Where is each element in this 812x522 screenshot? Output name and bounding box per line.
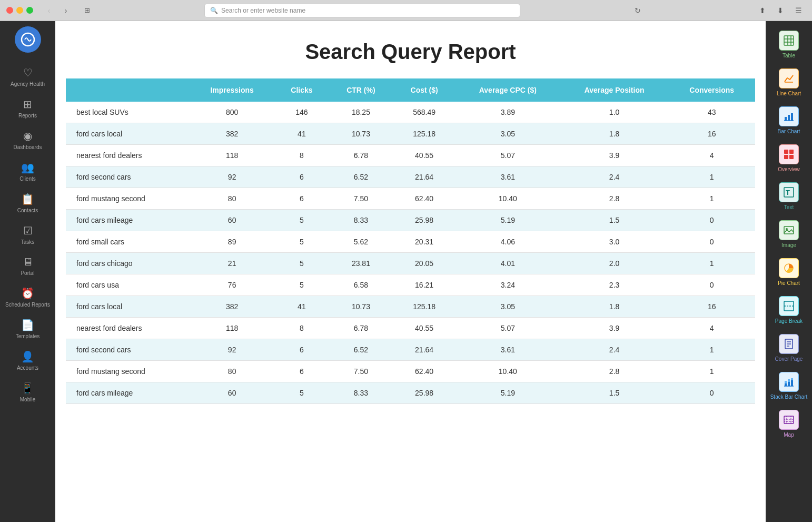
col-conversions: Conversions [668,78,755,102]
table-row: ford cars mileage6058.3325.985.191.50 [66,210,755,231]
svg-rect-31 [791,378,793,380]
col-impressions: Impressions [190,78,274,102]
data-cell: 92 [190,339,274,361]
more-button[interactable]: ☰ [791,4,806,17]
cover-page-icon [783,338,795,350]
panel-item-cover-page[interactable]: Cover Page [766,330,812,367]
sidebar-item-tasks[interactable]: ☑ Tasks [0,219,55,251]
svg-rect-13 [784,155,788,159]
cover-page-label: Cover Page [775,356,803,362]
data-cell: 8 [274,145,329,166]
data-cell: 20.05 [393,253,455,274]
table-icon-box [779,31,799,51]
table-icon [783,35,795,46]
data-cell: 25.98 [393,382,455,404]
sidebar-item-portal[interactable]: 🖥 Portal [0,251,55,282]
sidebar-item-scheduled-reports[interactable]: ⏰ Scheduled Reports [0,282,55,313]
sidebar-item-dashboards[interactable]: ◉ Dashboards [0,124,55,156]
data-cell: 89 [190,231,274,253]
data-cell: 6.52 [329,339,393,361]
portal-icon: 🖥 [23,256,33,268]
search-icon: 🔍 [210,7,218,14]
data-cell: 41 [274,296,329,318]
sidebar-item-clients[interactable]: 👥 Clients [0,156,55,188]
query-cell: ford small cars [66,231,190,253]
data-cell: 6.78 [329,318,393,339]
sidebar-item-mobile[interactable]: 📱 Mobile [0,377,55,408]
close-button[interactable] [6,7,13,14]
data-cell: 8.33 [329,382,393,404]
sidebar-item-accounts[interactable]: 👤 Accounts [0,345,55,377]
address-bar[interactable]: 🔍 Search or enter website name [204,4,520,17]
data-cell: 8.33 [329,210,393,231]
sidebar-item-templates[interactable]: 📄 Templates [0,313,55,345]
panel-item-map[interactable]: Map [766,406,812,442]
data-cell: 76 [190,274,274,296]
data-cell: 0 [668,274,755,296]
query-cell: ford cars usa [66,274,190,296]
share-button[interactable]: ⬆ [755,4,770,17]
data-cell: 1 [668,339,755,361]
data-cell: 2.3 [560,274,669,296]
tasks-icon: ☑ [23,224,33,237]
sidebar-logo[interactable] [15,26,41,53]
panel-item-table[interactable]: Table [766,26,812,63]
traffic-lights [6,7,33,14]
maximize-button[interactable] [26,7,33,14]
sidebar-item-label: Mobile [20,397,35,403]
data-cell: 118 [190,318,274,339]
forward-button[interactable]: › [58,4,73,17]
query-cell: ford cars local [66,296,190,318]
data-cell: 0 [668,210,755,231]
data-cell: 5 [274,210,329,231]
panel-item-bar-chart[interactable]: Bar Chart [766,102,812,139]
panel-item-text[interactable]: T Text [766,178,812,215]
stack-bar-chart-label: Stack Bar Chart [770,394,808,400]
data-cell: 1.8 [560,296,669,318]
data-cell: 80 [190,188,274,210]
data-cell: 1.8 [560,123,669,145]
data-cell: 60 [190,210,274,231]
download-button[interactable]: ⬇ [773,4,788,17]
col-clicks: Clicks [274,78,329,102]
data-cell: 5 [274,274,329,296]
templates-icon: 📄 [21,319,34,331]
mobile-icon: 📱 [21,382,34,395]
back-button[interactable]: ‹ [42,4,56,17]
sidebar-item-contacts[interactable]: 📋 Contacts [0,188,55,219]
data-cell: 1.5 [560,382,669,404]
svg-text:T: T [786,189,790,196]
reload-button[interactable]: ↻ [630,4,645,17]
svg-rect-27 [785,381,787,383]
table-row: nearest ford dealers11886.7840.555.073.9… [66,318,755,339]
svg-rect-1 [784,36,794,45]
data-cell: 25.98 [393,210,455,231]
sidebar-item-reports[interactable]: ⊞ Reports [0,93,55,124]
panel-item-line-chart[interactable]: Line Chart [766,64,812,101]
svg-rect-14 [789,155,794,159]
table-row: ford cars local3824110.73125.183.051.816 [66,296,755,318]
sidebar-item-label: Tasks [21,239,35,245]
browser-chrome: ‹ › ⊞ 🔍 Search or enter website name ↻ ⬆… [0,0,812,21]
sidebar-item-agency-health[interactable]: ♡ Agency Health [0,61,55,93]
panel-item-pie-chart[interactable]: Pie Chart [766,254,812,291]
right-panel: Table Line Chart Bar Chart [766,21,812,522]
data-cell: 40.55 [393,145,455,166]
minimize-button[interactable] [16,7,23,14]
line-chart-icon-box [779,68,799,88]
panel-item-overview[interactable]: Overview [766,140,812,177]
layout-button[interactable]: ⊞ [80,4,94,17]
data-cell: 2.4 [560,166,669,188]
table-row: ford cars local3824110.73125.183.051.816 [66,123,755,145]
table-row: ford mustang second8067.5062.4010.402.81 [66,361,755,382]
table-row: ford second cars9266.5221.643.612.41 [66,166,755,188]
panel-item-page-break[interactable]: Page Break [766,292,812,329]
data-cell: 1.5 [560,210,669,231]
sidebar-item-label: Accounts [17,365,38,371]
overview-icon-box [779,144,799,164]
panel-item-stack-bar-chart[interactable]: Stack Bar Chart [766,368,812,405]
table-header-row: Impressions Clicks CTR (%) Cost ($) Aver… [66,78,755,102]
data-cell: 18.25 [329,102,393,123]
accounts-icon: 👤 [21,350,34,363]
panel-item-image[interactable]: Image [766,216,812,253]
